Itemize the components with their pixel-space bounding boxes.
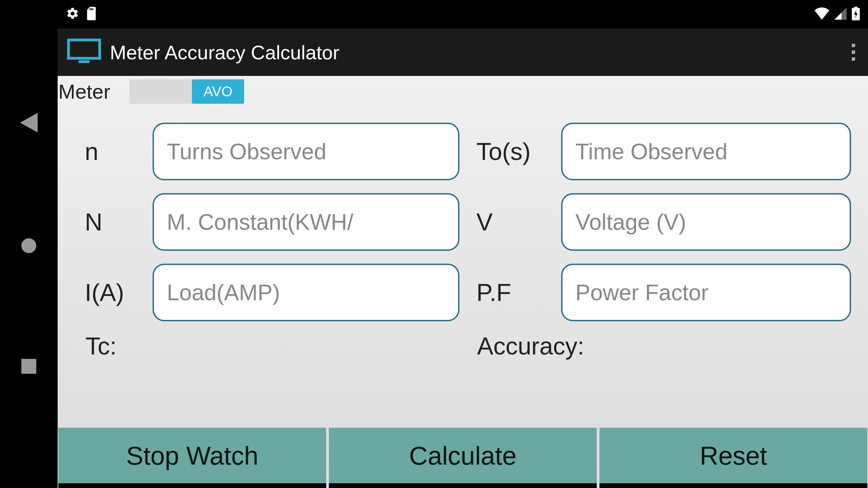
app-title: Meter Accuracy Calculator bbox=[110, 41, 339, 64]
form-grid: n Turns Observed To(s) Time Observed N M… bbox=[58, 104, 868, 321]
label-N: N bbox=[85, 208, 153, 236]
main-area: Meter Accuracy Calculator Meter AVO n Tu… bbox=[58, 0, 868, 488]
wifi-icon bbox=[814, 7, 829, 21]
input-time-observed[interactable]: Time Observed bbox=[561, 123, 851, 180]
calculate-button[interactable]: Calculate bbox=[329, 428, 597, 488]
field-n: n Turns Observed bbox=[85, 123, 459, 180]
meter-tab-inactive[interactable] bbox=[130, 79, 192, 104]
label-to: To(s) bbox=[476, 138, 561, 165]
back-icon[interactable] bbox=[20, 113, 38, 134]
sd-card-icon bbox=[86, 7, 98, 22]
battery-icon bbox=[852, 7, 860, 22]
svg-rect-2 bbox=[21, 359, 36, 374]
input-load-amp[interactable]: Load(AMP) bbox=[153, 264, 459, 321]
app-logo-icon bbox=[67, 38, 101, 66]
label-PF: P.F bbox=[476, 279, 561, 306]
content-area: Meter AVO n Turns Observed To(s) Time Ob… bbox=[58, 76, 868, 488]
meter-tab-avo[interactable]: AVO bbox=[192, 79, 244, 104]
result-row: Tc: Accuracy: bbox=[58, 321, 868, 360]
svg-marker-0 bbox=[20, 113, 38, 133]
svg-marker-4 bbox=[834, 13, 842, 20]
meter-tabs: AVO bbox=[130, 79, 244, 104]
result-tc-label: Tc: bbox=[85, 332, 459, 360]
label-IA: I(A) bbox=[85, 279, 153, 306]
button-row: Stop Watch Calculate Reset bbox=[58, 427, 868, 488]
input-power-factor[interactable]: Power Factor bbox=[561, 264, 851, 321]
meter-type-row: Meter AVO bbox=[58, 76, 868, 104]
svg-rect-9 bbox=[79, 60, 90, 63]
field-PF: P.F Power Factor bbox=[476, 264, 851, 321]
field-to: To(s) Time Observed bbox=[476, 123, 851, 180]
android-nav-bar bbox=[0, 0, 58, 488]
svg-rect-8 bbox=[68, 40, 100, 58]
cell-signal-icon bbox=[834, 7, 847, 21]
label-n: n bbox=[85, 138, 153, 165]
recents-icon[interactable] bbox=[21, 359, 36, 375]
meter-label: Meter bbox=[58, 80, 116, 103]
svg-rect-6 bbox=[854, 7, 857, 8]
svg-point-1 bbox=[21, 238, 36, 253]
field-V: V Voltage (V) bbox=[476, 193, 851, 251]
overflow-menu-icon[interactable] bbox=[848, 38, 859, 66]
home-icon[interactable] bbox=[21, 238, 37, 255]
reset-button[interactable]: Reset bbox=[599, 428, 867, 488]
input-m-constant[interactable]: M. Constant(KWH/ bbox=[153, 193, 459, 251]
status-bar bbox=[58, 0, 868, 28]
app-bar: Meter Accuracy Calculator bbox=[58, 28, 868, 76]
result-accuracy-label: Accuracy: bbox=[476, 332, 851, 360]
field-IA: I(A) Load(AMP) bbox=[85, 264, 459, 321]
input-voltage[interactable]: Voltage (V) bbox=[561, 193, 851, 251]
field-N: N M. Constant(KWH/ bbox=[85, 193, 459, 251]
stopwatch-button[interactable]: Stop Watch bbox=[58, 428, 326, 488]
settings-icon bbox=[66, 7, 79, 22]
label-V: V bbox=[476, 208, 561, 236]
input-turns-observed[interactable]: Turns Observed bbox=[153, 123, 459, 180]
